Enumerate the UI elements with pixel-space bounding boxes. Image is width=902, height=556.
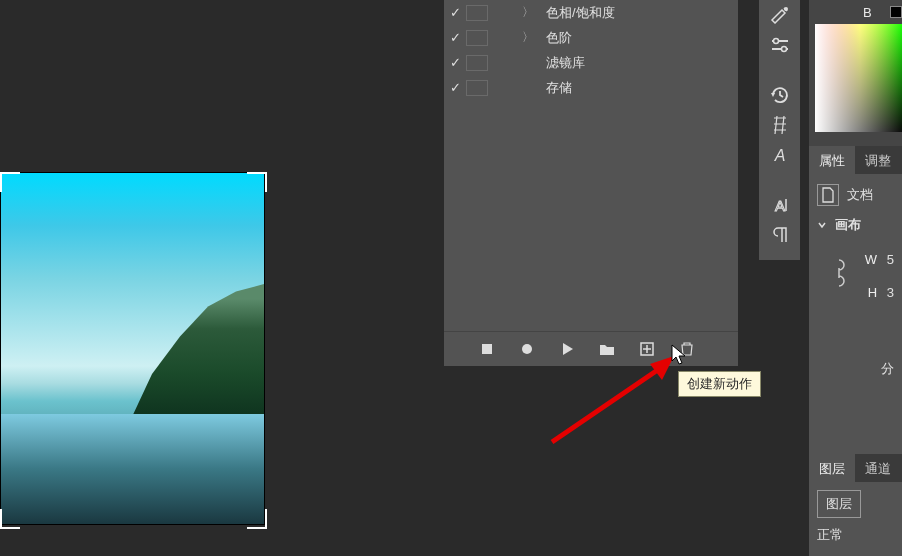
document-canvas[interactable] <box>0 172 267 529</box>
action-step-label: 存储 <box>546 79 738 97</box>
new-action-button[interactable] <box>638 340 656 358</box>
svg-point-10 <box>781 47 786 52</box>
action-expand-indicator[interactable]: 〉 <box>496 4 546 21</box>
svg-line-15 <box>552 367 662 442</box>
color-b-label: B <box>809 0 902 24</box>
action-step-label: 色阶 <box>546 29 738 47</box>
styles-hash-icon[interactable] <box>759 110 801 140</box>
actions-panel: ✓ 〉 色相/饱和度 ✓ 〉 色阶 ✓ 滤镜库 ✓ 存储 <box>444 0 738 366</box>
action-enabled-check[interactable]: ✓ <box>444 55 466 70</box>
tab-properties[interactable]: 属性 <box>809 146 855 174</box>
action-row[interactable]: ✓ 滤镜库 <box>444 50 738 75</box>
new-set-button[interactable] <box>598 340 616 358</box>
action-row[interactable]: ✓ 存储 <box>444 75 738 100</box>
crop-handle-br[interactable] <box>247 509 267 529</box>
blend-mode-label[interactable]: 正常 <box>817 526 894 544</box>
document-label: 文档 <box>847 186 873 204</box>
document-icon <box>817 184 839 206</box>
svg-text:A: A <box>773 147 785 164</box>
width-row: W 5 <box>817 252 894 267</box>
svg-marker-2 <box>563 343 573 355</box>
actions-toolbar <box>444 331 738 366</box>
action-enabled-check[interactable]: ✓ <box>444 30 466 45</box>
history-icon[interactable] <box>759 80 801 110</box>
svg-point-1 <box>522 344 532 354</box>
paragraph-panel-icon[interactable] <box>759 220 801 250</box>
crop-handle-tr[interactable] <box>247 172 267 192</box>
play-button[interactable] <box>558 340 576 358</box>
right-toolbar: A A <box>758 0 800 260</box>
height-value[interactable]: 3 <box>887 285 894 300</box>
width-value[interactable]: 5 <box>887 252 894 267</box>
record-button[interactable] <box>518 340 536 358</box>
crop-handle-bl[interactable] <box>0 509 20 529</box>
svg-text:A: A <box>774 197 784 214</box>
action-dialog-toggle[interactable] <box>466 80 488 96</box>
layers-tabs: 图层 通道 <box>809 454 902 482</box>
action-enabled-check[interactable]: ✓ <box>444 80 466 95</box>
adjustment-sliders-icon[interactable] <box>759 30 801 60</box>
stop-button[interactable] <box>478 340 496 358</box>
glyphs-panel-icon[interactable]: A <box>759 190 801 220</box>
tab-layers[interactable]: 图层 <box>809 454 855 482</box>
action-step-label: 色相/饱和度 <box>546 4 738 22</box>
properties-body: 文档 画布 W 5 H 3 分 <box>809 174 902 478</box>
document-row: 文档 <box>817 184 894 206</box>
crop-handle-tl[interactable] <box>0 172 20 192</box>
brush-presets-icon[interactable] <box>759 0 801 30</box>
split-label: 分 <box>817 360 894 378</box>
action-row[interactable]: ✓ 〉 色阶 <box>444 25 738 50</box>
character-panel-icon[interactable]: A <box>759 140 801 170</box>
annotation-arrow <box>542 352 692 447</box>
tab-adjustments[interactable]: 调整 <box>855 146 901 174</box>
action-row[interactable]: ✓ 〉 色相/饱和度 <box>444 0 738 25</box>
svg-point-6 <box>784 7 788 11</box>
actions-list: ✓ 〉 色相/饱和度 ✓ 〉 色阶 ✓ 滤镜库 ✓ 存储 <box>444 0 738 331</box>
layers-body: 图层 正常 <box>809 482 902 556</box>
height-label: H <box>868 285 877 300</box>
collapse-caret-icon <box>817 220 827 230</box>
b-channel-label: B <box>863 5 872 20</box>
right-panels: B 属性 调整 文档 画布 W 5 H 3 <box>808 0 902 556</box>
action-enabled-check[interactable]: ✓ <box>444 5 466 20</box>
delete-button[interactable] <box>678 340 696 358</box>
height-row: H 3 <box>817 285 894 300</box>
action-dialog-toggle[interactable] <box>466 5 488 21</box>
action-step-label: 滤镜库 <box>546 54 738 72</box>
canvas-section-header[interactable]: 画布 <box>817 216 894 234</box>
action-expand-indicator[interactable]: 〉 <box>496 29 546 46</box>
color-picker[interactable] <box>815 24 902 132</box>
tooltip-new-action: 创建新动作 <box>678 371 761 397</box>
action-dialog-toggle[interactable] <box>466 30 488 46</box>
props-tabs: 属性 调整 <box>809 146 902 174</box>
width-label: W <box>865 252 877 267</box>
b-value-indicator <box>890 6 902 18</box>
canvas-section-label: 画布 <box>835 216 861 234</box>
layer-kind-selector[interactable]: 图层 <box>817 490 861 518</box>
action-dialog-toggle[interactable] <box>466 55 488 71</box>
tab-channels[interactable]: 通道 <box>855 454 901 482</box>
svg-marker-11 <box>771 93 775 97</box>
svg-point-8 <box>773 39 778 44</box>
image-preview <box>0 172 265 525</box>
svg-rect-0 <box>482 344 492 354</box>
